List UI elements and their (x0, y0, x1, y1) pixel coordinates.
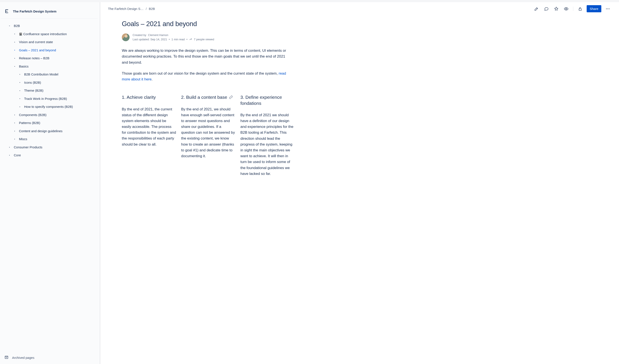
space-logo-icon (5, 9, 10, 14)
star-icon[interactable] (553, 5, 560, 12)
page-title: Goals – 2021 and beyond (122, 20, 611, 28)
archived-pages-label: Archived pages (12, 356, 34, 360)
nav-item-consumer-products[interactable]: Consumer Products (2, 143, 97, 151)
nav-item-icons-b2b[interactable]: •Icons (B2B) (2, 79, 97, 87)
share-button[interactable]: Share (587, 5, 601, 12)
nav-item-label: Vision and current state (19, 40, 53, 44)
chevron-right-icon (17, 73, 22, 76)
analytics-icon[interactable] (189, 37, 192, 42)
nav-item-track-work-in-progress-b2b[interactable]: •Track Work in Progress (B2B) (2, 95, 97, 103)
goal-heading: 3. Define experience fondations (240, 94, 295, 106)
bullet-icon: • (12, 57, 17, 60)
nav-item-label: Content and design guidelines (19, 129, 63, 133)
page-actions: Share (533, 5, 611, 12)
space-title: The Farfetch Design System (13, 10, 56, 13)
chevron-right-icon (7, 146, 12, 149)
chevron-right-icon (12, 114, 17, 116)
nav-item-theme-b2b[interactable]: •Theme (B2B) (2, 86, 97, 95)
goal-body: By the end of 2021, we should have enoug… (181, 106, 236, 159)
nav-item-components-b2b[interactable]: Components (B2B) (2, 111, 97, 119)
svg-point-3 (606, 8, 607, 9)
goal-body: By the end of 2021 we should have a defi… (240, 112, 295, 177)
page-content: Goals – 2021 and beyond Created by Cleme… (100, 14, 619, 364)
nav-item-miscs[interactable]: Miscs (2, 135, 97, 143)
svg-point-1 (565, 8, 567, 10)
goal-column-2: 2. Build a content baseBy the end of 202… (181, 94, 236, 159)
nav-item-core[interactable]: Core (2, 151, 97, 159)
updated-prefix: Last updated: (133, 38, 150, 41)
page-body: We are always working to improve the des… (122, 48, 290, 82)
nav-item-label: Miscs (19, 137, 27, 141)
nav-item-label: Consumer Products (14, 145, 42, 149)
nav-item-goals-2021-and-beyond[interactable]: •Goals – 2021 and beyond (2, 46, 97, 54)
bullet-icon: • (17, 81, 22, 84)
more-actions-icon[interactable] (604, 5, 611, 12)
chevron-down-icon (7, 25, 12, 27)
nav-item-label: Icons (B2B) (24, 80, 41, 85)
nav-item-label: How to specify components (B2B) (24, 105, 73, 109)
nav-item-label: Track Work in Progress (B2B) (24, 97, 67, 101)
page-tree: B2B•📓Confluence space introduction•Visio… (0, 21, 100, 352)
page-emoji-icon: 📓 (19, 33, 22, 36)
space-header[interactable]: The Farfetch Design System (1, 4, 98, 19)
main: The Farfetch Design S… / B2B Share Goals… (100, 2, 619, 364)
updated-date[interactable]: Sep 14, 2021 (150, 38, 167, 41)
breadcrumb-separator: / (146, 7, 147, 11)
nav-item-content-and-design-guidelines[interactable]: Content and design guidelines (2, 127, 97, 135)
nav-item-label: 📓Confluence space introduction (19, 32, 67, 36)
goal-column-3: 3. Define experience fondationsBy the en… (240, 94, 295, 177)
nav-item-label: Theme (B2B) (24, 88, 43, 93)
edit-icon[interactable] (533, 5, 540, 12)
comment-icon[interactable] (543, 5, 550, 12)
view-count[interactable]: 7 people viewed (194, 37, 214, 42)
restrictions-icon[interactable] (577, 5, 584, 12)
nav-item-label: Core (14, 153, 21, 157)
chevron-right-icon (12, 122, 17, 124)
bullet-icon: • (12, 49, 17, 52)
goal-column-1: 1. Achieve clarityBy the end of 2021, th… (122, 94, 176, 147)
nav-item-vision-and-current-state[interactable]: •Vision and current state (2, 38, 97, 46)
bullet-icon: • (12, 41, 17, 43)
sidebar: The Farfetch Design System B2B•📓Confluen… (0, 2, 100, 364)
chevron-right-icon (12, 130, 17, 132)
watch-icon[interactable] (563, 5, 570, 12)
nav-item-label: Release notes – B2B (19, 56, 49, 60)
byline-dot: • (186, 37, 188, 42)
archive-icon (4, 355, 9, 360)
read-time: 1 min read (171, 37, 184, 42)
bullet-icon: • (12, 33, 17, 35)
nav-item-label: Basics (19, 64, 28, 69)
bullet-icon: • (17, 89, 22, 92)
nav-item-patterns-b2b[interactable]: Patterns (B2B) (2, 119, 97, 127)
breadcrumb: The Farfetch Design S… / B2B (108, 7, 155, 11)
bullet-icon: • (17, 97, 22, 100)
nav-item-basics[interactable]: Basics (2, 62, 97, 70)
nav-item-b2b-contribution-model[interactable]: B2B Contribution Model (2, 70, 97, 79)
author-name[interactable]: Clement Hamon (148, 33, 169, 37)
goals-columns: 1. Achieve clarityBy the end of 2021, th… (122, 94, 611, 177)
goal-heading: 1. Achieve clarity (122, 94, 176, 100)
goal-heading: 2. Build a content base (181, 94, 236, 100)
second-paragraph: Those goals are born out of our vision f… (122, 70, 290, 82)
nav-item-label: B2B (14, 24, 20, 28)
nav-item-how-to-specify-components-b2b[interactable]: •How to specify components (B2B) (2, 103, 97, 111)
avatar[interactable] (122, 33, 130, 41)
created-by-prefix: Created by (133, 33, 146, 37)
nav-item-label: Components (B2B) (19, 113, 47, 117)
nav-item-release-notes-b2b[interactable]: •Release notes – B2B (2, 54, 97, 62)
svg-point-4 (607, 8, 608, 9)
intro-paragraph: We are always working to improve the des… (122, 48, 290, 65)
breadcrumb-space[interactable]: The Farfetch Design S… (108, 7, 144, 11)
bullet-icon: • (17, 105, 22, 108)
chevron-right-icon (12, 138, 17, 140)
breadcrumb-parent[interactable]: B2B (149, 7, 155, 11)
archived-pages-link[interactable]: Archived pages (0, 352, 100, 364)
nav-item-confluence-space-introduction[interactable]: •📓Confluence space introduction (2, 30, 97, 38)
topbar: The Farfetch Design S… / B2B Share (100, 2, 619, 14)
byline-dot: • (169, 37, 170, 42)
heading-link-icon[interactable] (229, 95, 233, 99)
page-byline: Created by Clement Hamon Last updated: S… (122, 33, 611, 42)
nav-item-label: Goals – 2021 and beyond (19, 48, 56, 52)
nav-item-b2b[interactable]: B2B (2, 22, 97, 30)
svg-rect-2 (579, 9, 581, 10)
